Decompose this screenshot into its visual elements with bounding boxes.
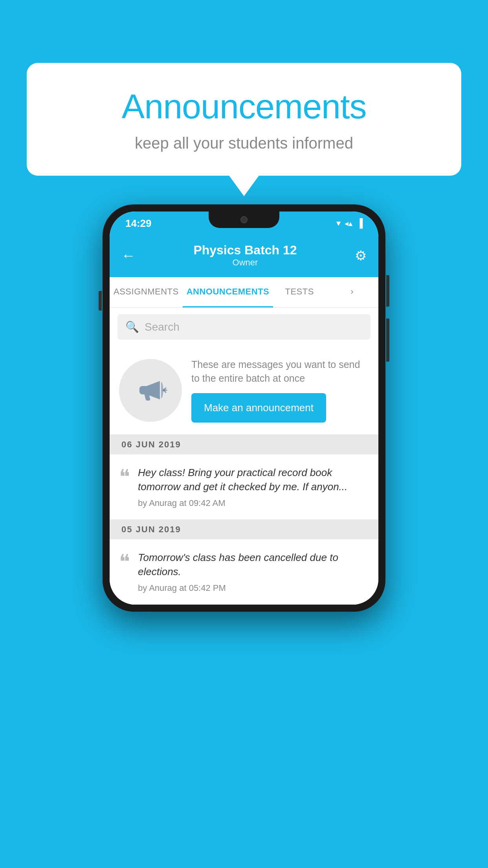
promo-section: These are messages you want to send to t… bbox=[110, 346, 378, 435]
bubble-title: Announcements bbox=[58, 86, 430, 127]
quote-icon-1: ❝ bbox=[119, 467, 130, 487]
announcement-text-1: Hey class! Bring your practical record b… bbox=[138, 465, 369, 494]
date-separator-1: 06 JUN 2019 bbox=[110, 435, 378, 454]
announcement-item-1[interactable]: ❝ Hey class! Bring your practical record… bbox=[110, 454, 378, 520]
announcement-item-2[interactable]: ❝ Tomorrow's class has been cancelled du… bbox=[110, 539, 378, 605]
make-announcement-button[interactable]: Make an announcement bbox=[191, 393, 326, 423]
header-center: Physics Batch 12 Owner bbox=[193, 243, 297, 268]
status-icons: ▾ ◂▴ ▐ bbox=[336, 218, 363, 228]
phone-mockup: 14:29 ▾ ◂▴ ▐ ← Physics Batch 12 Owner ⚙ bbox=[103, 204, 385, 612]
search-icon: 🔍 bbox=[125, 320, 139, 333]
announcement-meta-2: by Anurag at 05:42 PM bbox=[138, 583, 369, 593]
speech-bubble: Announcements keep all your students inf… bbox=[27, 63, 461, 176]
bubble-subtitle: keep all your students informed bbox=[58, 134, 430, 152]
battery-icon: ▐ bbox=[356, 218, 363, 228]
tab-assignments[interactable]: ASSIGNMENTS bbox=[110, 277, 183, 307]
search-container: 🔍 Search bbox=[110, 308, 378, 346]
settings-icon[interactable]: ⚙ bbox=[355, 248, 367, 263]
promo-text: These are messages you want to send to t… bbox=[191, 358, 369, 385]
header-subtitle: Owner bbox=[193, 257, 297, 268]
app-header: ← Physics Batch 12 Owner ⚙ bbox=[110, 235, 378, 277]
phone-screen: 14:29 ▾ ◂▴ ▐ ← Physics Batch 12 Owner ⚙ bbox=[110, 211, 378, 605]
phone-notch bbox=[209, 211, 279, 228]
tab-tests[interactable]: TESTS bbox=[273, 277, 326, 307]
wifi-icon: ▾ bbox=[336, 218, 341, 228]
phone-frame: 14:29 ▾ ◂▴ ▐ ← Physics Batch 12 Owner ⚙ bbox=[103, 204, 385, 612]
speech-bubble-section: Announcements keep all your students inf… bbox=[27, 63, 461, 176]
power-button bbox=[386, 275, 389, 307]
date-separator-2: 05 JUN 2019 bbox=[110, 520, 378, 539]
quote-icon-2: ❝ bbox=[119, 552, 130, 572]
tab-announcements[interactable]: ANNOUNCEMENTS bbox=[183, 277, 273, 307]
front-camera bbox=[240, 216, 248, 223]
status-time: 14:29 bbox=[125, 217, 152, 230]
search-placeholder: Search bbox=[145, 321, 180, 333]
promo-content: These are messages you want to send to t… bbox=[191, 358, 369, 423]
tabs-container: ASSIGNMENTS ANNOUNCEMENTS TESTS › bbox=[110, 277, 378, 308]
megaphone-circle bbox=[119, 359, 182, 422]
tab-more[interactable]: › bbox=[326, 277, 378, 307]
search-bar[interactable]: 🔍 Search bbox=[117, 314, 371, 340]
signal-icon: ◂▴ bbox=[345, 219, 352, 228]
volume-down-button bbox=[386, 318, 389, 362]
volume-button bbox=[99, 291, 102, 311]
back-button[interactable]: ← bbox=[121, 247, 136, 264]
announcement-meta-1: by Anurag at 09:42 AM bbox=[138, 498, 369, 508]
megaphone-icon bbox=[134, 373, 167, 407]
header-title: Physics Batch 12 bbox=[193, 243, 297, 257]
announcement-content-2: Tomorrow's class has been cancelled due … bbox=[138, 550, 369, 593]
announcement-text-2: Tomorrow's class has been cancelled due … bbox=[138, 550, 369, 579]
announcement-content-1: Hey class! Bring your practical record b… bbox=[138, 465, 369, 508]
